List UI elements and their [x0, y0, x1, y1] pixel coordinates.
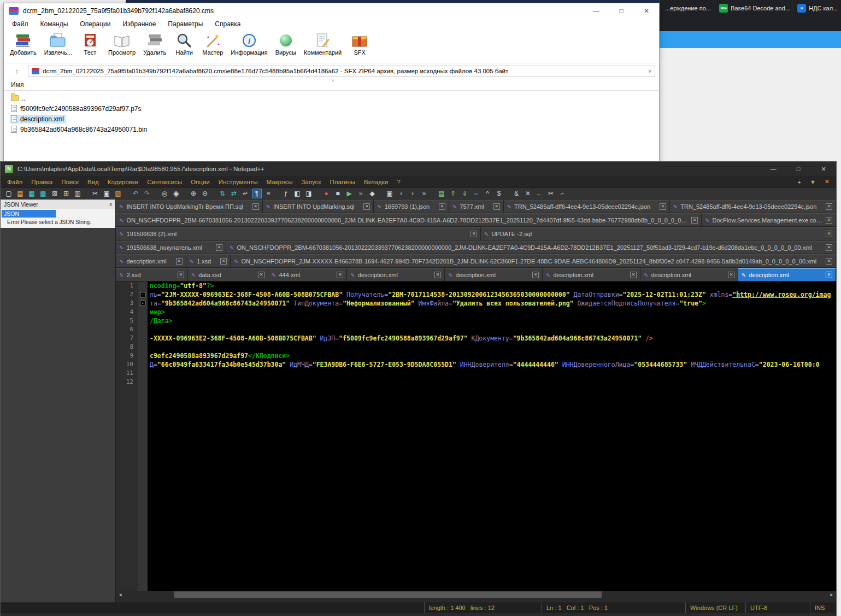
winrar-menu-item[interactable]: Операции [74, 20, 116, 28]
editor-tab[interactable]: ✎UPDATE -2.sql✕ [481, 227, 836, 240]
editor-tab[interactable]: ✎7577.xml✕ [449, 200, 504, 213]
winrar-comment-button[interactable]: Комментарий [300, 31, 345, 57]
horizontal-scrollbar[interactable]: ◄ ► [116, 591, 836, 599]
editor-line[interactable]: 4мер> [116, 308, 836, 316]
winrar-address-field[interactable]: dcrm_2bm_02122025_75a9f5fa01b349b792f142… [28, 66, 655, 77]
editor-line[interactable]: 1ncoding="utf-8"?> [116, 281, 836, 290]
open-file-icon[interactable]: ▤ [16, 189, 25, 198]
editor-line[interactable]: 10Д="66c0949fa633417fa34b0e545d37b30a" И… [116, 360, 836, 369]
tab-close-icon[interactable]: ✕ [439, 203, 445, 210]
editor-tab[interactable]: ✎1659793 (1).json✕ [374, 200, 449, 213]
editor-tab[interactable]: ✎TRN_52485aff-dff6-4ee4-9e13-05deee02294… [670, 200, 836, 213]
notepadpp-menu-item[interactable]: Файл [3, 179, 27, 185]
editor-line[interactable]: 6 [116, 325, 836, 334]
notepadpp-menu-item[interactable]: Синтаксисы [143, 179, 186, 185]
indent-guide-icon[interactable]: ≡ [264, 189, 273, 198]
browser-tab[interactable]: ННДС кал... [792, 0, 841, 16]
editor-tab[interactable]: ✎description.xml✕ [445, 268, 543, 281]
tab-close-icon[interactable]: ✕ [826, 231, 832, 237]
doc-forward-icon[interactable]: › [408, 189, 417, 198]
winrar-wizard-wand-button[interactable]: Мастер [198, 31, 227, 57]
editor-tab[interactable]: ✎191506638 (2).xml✕ [116, 227, 481, 240]
editor-line[interactable]: 5/Дата> [116, 316, 836, 325]
playback-macro-icon[interactable]: ▶ [345, 189, 354, 198]
tab-close-icon[interactable]: ✕ [337, 272, 343, 278]
notepadpp-menu-item[interactable]: Поиск [57, 179, 83, 185]
editor-tab[interactable]: ✎description.xml✕ [738, 268, 836, 281]
doc-first-icon[interactable]: ▣ [385, 189, 394, 198]
name-column-header[interactable]: Имя [11, 81, 23, 89]
save-icon[interactable]: ▦ [27, 189, 36, 198]
notepadpp-menu-item[interactable]: Макросы [262, 179, 297, 185]
record-macro-icon[interactable]: ● [322, 189, 331, 198]
tab-close-icon[interactable]: ✕ [216, 244, 222, 251]
editor-line[interactable]: 11 [116, 369, 836, 378]
editor-line[interactable]: 12 [116, 378, 836, 386]
editor-tab[interactable]: ✎description.xml✕ [347, 268, 445, 281]
notepadpp-menu-item[interactable]: ? [392, 179, 404, 185]
up-one-level-button[interactable]: ↑ [8, 67, 26, 75]
editor-tab[interactable]: ✎1.xsd✕ [186, 254, 231, 267]
winrar-menu-item[interactable]: Параметры [162, 20, 209, 28]
tab-close-icon[interactable]: ✕ [252, 203, 259, 210]
word-wrap-icon[interactable]: ↵ [241, 189, 250, 198]
run-macro-multiple-icon[interactable]: » [356, 189, 365, 198]
status-insert-mode[interactable]: INS [810, 602, 836, 613]
winrar-sfx-box-button[interactable]: SFX [345, 31, 374, 57]
close-icon[interactable]: ✕ [811, 162, 836, 176]
panel-close-icon[interactable]: x [109, 201, 112, 207]
winrar-add-books-button[interactable]: Добавить [6, 31, 40, 57]
editor-tab[interactable]: ✎ON_NSCHFDOPPR_2JM-XXXXX-E466378B-1694-4… [231, 254, 836, 267]
editor-tab[interactable]: ✎2.xsd✕ [116, 268, 188, 281]
show-all-characters-icon[interactable]: ¶ [252, 189, 261, 198]
editor-tab[interactable]: ✎description.xml✕ [543, 268, 640, 281]
print-icon[interactable]: ▥ [73, 189, 82, 198]
minimize-icon[interactable]: — [761, 162, 786, 176]
notepadpp-menu-item[interactable]: Вкладки [360, 179, 392, 185]
save-all-icon[interactable]: ▩ [39, 189, 48, 198]
tab-close-icon[interactable]: ✕ [258, 272, 264, 278]
winrar-extract-folder-button[interactable]: Извлечь... [40, 31, 76, 57]
sync-horizontal-icon[interactable]: ⇄ [230, 189, 238, 198]
editor-tab[interactable]: ✎description.xml✕ [640, 268, 738, 281]
plugin-caret-icon[interactable]: ^ [483, 189, 492, 198]
tab-list-dropdown-icon[interactable]: ▼ [810, 179, 816, 185]
plugin-swap-icon[interactable]: ⇔ [472, 189, 480, 198]
tab-close-icon[interactable]: ✕ [826, 217, 832, 224]
sync-vertical-icon[interactable]: ⇅ [218, 189, 227, 198]
new-tab-button[interactable]: + [797, 179, 801, 185]
copy-icon[interactable]: ▣ [102, 189, 111, 198]
editor-tab[interactable]: ✎191506638_покупатель.xml✕ [116, 240, 226, 254]
json-root-node[interactable]: JSON [2, 210, 56, 218]
tab-close-icon[interactable]: ✕ [826, 203, 832, 210]
tab-close-icon[interactable]: ✕ [826, 272, 832, 278]
close-icon[interactable]: ✕ [634, 3, 659, 18]
editor-line[interactable]: 9c9efc2490588a893967d29af97</КПодписи> [116, 351, 836, 360]
stop-record-icon[interactable]: ■ [333, 189, 342, 198]
status-eol-format[interactable]: Windows (CR LF) [685, 602, 745, 613]
editor-tab[interactable]: ✎description.xml✕ [116, 254, 186, 267]
notepadpp-menu-item[interactable]: Инструменты [214, 179, 262, 185]
winrar-menu-item[interactable]: Файл [6, 20, 34, 28]
tab-close-icon[interactable]: ✕ [220, 258, 227, 265]
new-file-icon[interactable]: ▢ [4, 189, 13, 198]
editor-tab[interactable]: ✎ON_NSCHFDOPPR_2BM-6670381056-2013022203… [116, 213, 702, 226]
plugin-arrow-up-icon[interactable]: ⇑ [449, 189, 457, 198]
notepadpp-menu-item[interactable]: Правка [27, 179, 57, 185]
scroll-right-icon[interactable]: ► [827, 592, 836, 597]
fold-collapse-icon[interactable]: - [140, 301, 145, 306]
tab-close-icon[interactable]: ✕ [691, 217, 698, 224]
plugin-copy-icon[interactable]: ▤ [437, 189, 446, 198]
winrar-delete-button[interactable]: Удалить [139, 31, 170, 57]
editor-tab[interactable]: ✎ON_NSCHFDOPPR_2BM-6670381056-2013022203… [226, 240, 836, 254]
tab-close-icon[interactable]: ✕ [532, 272, 539, 278]
editor-line[interactable]: 3-та="9b365842ad604a968c86743a24950071" … [116, 299, 836, 308]
fold-collapse-icon[interactable]: - [140, 292, 145, 297]
tab-close-icon[interactable]: ✕ [728, 272, 734, 278]
plugin-arrow-left-icon[interactable]: ← [535, 189, 544, 198]
save-macro-icon[interactable]: ◆ [368, 189, 377, 198]
winrar-menu-item[interactable]: Команды [34, 20, 74, 28]
plugin-key-icon[interactable]: ⌐ [558, 189, 567, 198]
scroll-left-icon[interactable]: ◄ [116, 592, 125, 597]
json-viewer-header[interactable]: JSON Viewer x [1, 200, 115, 209]
